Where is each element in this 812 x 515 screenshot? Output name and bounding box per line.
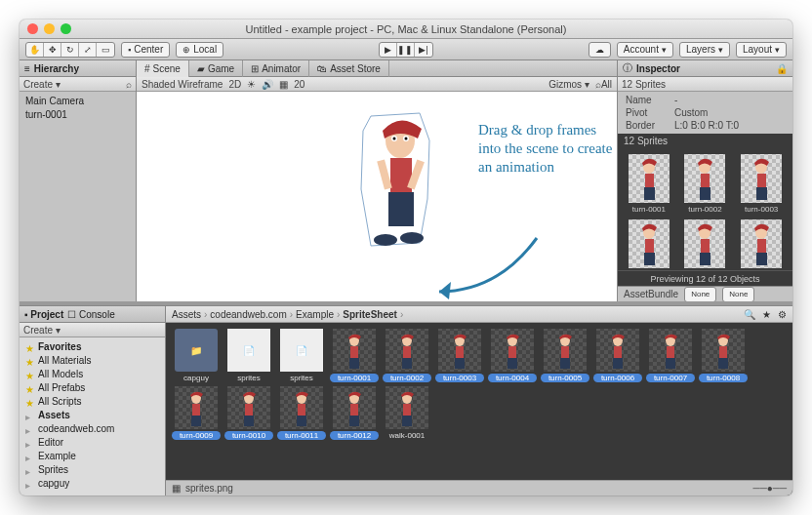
asset-item[interactable]: 📁capguy: [172, 329, 221, 382]
tree-item[interactable]: ▸Editor: [23, 436, 161, 450]
assetbundle-dropdown[interactable]: None: [684, 287, 716, 302]
inspector-tab[interactable]: ⓘ Inspector🔒: [618, 60, 792, 77]
cloud-button[interactable]: ☁: [589, 42, 611, 58]
tree-item[interactable]: ▸Example: [23, 450, 161, 463]
rotate-tool-icon[interactable]: ↻: [61, 43, 79, 57]
inspector-title: 12 Sprites: [622, 79, 666, 90]
asset-item[interactable]: turn-0004: [488, 329, 537, 382]
tree-item[interactable]: ★All Models: [23, 368, 161, 381]
hierarchy-item[interactable]: Main Camera: [25, 95, 130, 108]
assetstore-tab[interactable]: 🛍 Asset Store: [309, 60, 389, 77]
console-tab[interactable]: ☐ Console: [67, 309, 114, 320]
pivot-local-toggle[interactable]: ⊕Local: [176, 42, 223, 58]
breadcrumb-item[interactable]: SpriteSheet: [343, 309, 397, 320]
preview-thumb[interactable]: turn-0001: [624, 154, 674, 214]
asset-item[interactable]: turn-0011: [277, 386, 326, 440]
asset-item[interactable]: turn-0008: [699, 329, 748, 382]
tree-item[interactable]: ★Favorites: [23, 340, 161, 354]
asset-item[interactable]: turn-0001: [330, 329, 379, 382]
svg-point-6: [393, 138, 396, 140]
svg-rect-52: [403, 346, 411, 358]
breadcrumb[interactable]: Assets›codeandweb.com›Example›SpriteShee…: [166, 306, 792, 323]
svg-rect-79: [298, 404, 305, 416]
breadcrumb-item[interactable]: Example: [296, 309, 334, 320]
play-icon[interactable]: ▶: [380, 43, 397, 57]
svg-rect-16: [701, 174, 710, 187]
shade-mode-dropdown[interactable]: Shaded Wireframe: [142, 79, 223, 90]
project-tab[interactable]: ▪ Project: [24, 309, 63, 320]
2d-toggle[interactable]: 2D: [228, 79, 241, 90]
breadcrumb-action-icon[interactable]: ⚙: [778, 309, 787, 320]
svg-rect-59: [508, 358, 517, 369]
tree-item[interactable]: ★All Materials: [23, 354, 161, 368]
preview-thumb[interactable]: turn-0005: [680, 219, 731, 270]
tree-item[interactable]: ★All Prefabs: [23, 381, 161, 395]
breadcrumb-item[interactable]: codeandweb.com: [210, 309, 286, 320]
asset-item[interactable]: turn-0010: [224, 386, 273, 440]
svg-rect-62: [560, 358, 570, 369]
tree-item[interactable]: ▸Assets: [23, 409, 161, 422]
pivot-center-toggle[interactable]: ▪Center: [121, 42, 170, 58]
preview-thumb[interactable]: turn-0003: [736, 154, 787, 214]
search-all-field[interactable]: ⌕All: [595, 79, 612, 90]
rect-tool-icon[interactable]: ▭: [97, 43, 114, 57]
asset-item[interactable]: turn-0009: [172, 386, 221, 440]
scene-view[interactable]: Drag & drop frames into the scene to cre…: [137, 92, 617, 301]
assetbundle-variant-dropdown[interactable]: None: [722, 287, 754, 302]
titlebar: Untitled - example project - PC, Mac & L…: [20, 20, 792, 39]
tree-item[interactable]: ★All Scripts: [23, 395, 161, 409]
search-icon[interactable]: ⌕: [126, 79, 132, 90]
scale-tool-icon[interactable]: ⤢: [79, 43, 97, 57]
pause-icon[interactable]: ❚❚: [397, 43, 415, 57]
light-toggle-icon[interactable]: ☀: [247, 79, 256, 90]
svg-rect-17: [700, 187, 710, 200]
hierarchy-tab[interactable]: ≡ Hierarchy: [20, 60, 136, 77]
svg-rect-13: [645, 174, 654, 187]
hierarchy-item[interactable]: turn-0001: [25, 108, 130, 122]
breadcrumb-item[interactable]: Assets: [172, 309, 201, 320]
preview-thumb[interactable]: turn-0004: [624, 219, 674, 270]
grid-size-slider[interactable]: ──●──: [753, 483, 787, 494]
preview-thumb[interactable]: turn-0006: [736, 219, 787, 270]
svg-rect-71: [718, 358, 728, 369]
fov-field[interactable]: 20: [294, 79, 304, 90]
gizmos-dropdown[interactable]: Gizmos ▾: [548, 79, 589, 90]
audio-toggle-icon[interactable]: 🔊: [262, 79, 273, 90]
asset-item[interactable]: turn-0006: [593, 329, 642, 382]
svg-rect-85: [403, 404, 411, 416]
preview-thumb[interactable]: turn-0002: [680, 154, 731, 214]
svg-rect-55: [456, 346, 464, 358]
game-tab[interactable]: ▰ Game: [189, 60, 243, 77]
asset-item[interactable]: turn-0012: [330, 386, 379, 440]
layout-dropdown[interactable]: Layout ▾: [736, 42, 787, 58]
asset-item[interactable]: 📄sprites: [224, 329, 273, 382]
project-create-dropdown[interactable]: Create ▾: [23, 325, 61, 336]
svg-rect-80: [297, 416, 306, 426]
layers-dropdown[interactable]: Layers ▾: [679, 42, 730, 58]
animator-tab[interactable]: ⊞ Animator: [243, 60, 309, 77]
move-tool-icon[interactable]: ✥: [44, 43, 61, 57]
account-dropdown[interactable]: Account ▾: [617, 42, 673, 58]
asset-item[interactable]: turn-0003: [435, 329, 484, 382]
step-icon[interactable]: ▶|: [415, 43, 432, 57]
transform-tools[interactable]: ✋ ✥ ↻ ⤢ ▭: [25, 42, 115, 58]
sprite-in-scene[interactable]: [351, 111, 449, 248]
asset-item[interactable]: 📄sprites: [277, 329, 326, 382]
tree-item[interactable]: ▸codeandweb.com: [23, 422, 161, 436]
asset-item[interactable]: walk-0001: [383, 386, 431, 440]
svg-rect-19: [757, 174, 766, 187]
asset-item[interactable]: turn-0007: [646, 329, 695, 382]
fx-toggle-icon[interactable]: ▦: [279, 79, 288, 90]
scene-tab[interactable]: # Scene: [137, 60, 189, 77]
lock-icon[interactable]: 🔒: [776, 63, 788, 74]
asset-item[interactable]: turn-0002: [383, 329, 431, 382]
hand-tool-icon[interactable]: ✋: [26, 43, 44, 57]
asset-item[interactable]: turn-0005: [541, 329, 589, 382]
play-controls[interactable]: ▶ ❚❚ ▶|: [379, 42, 433, 58]
breadcrumb-action-icon[interactable]: 🔍: [744, 309, 755, 320]
tree-item[interactable]: ▸capguy: [23, 477, 161, 489]
hierarchy-create-dropdown[interactable]: Create ▾: [23, 79, 61, 90]
svg-rect-20: [756, 187, 767, 200]
breadcrumb-action-icon[interactable]: ★: [762, 309, 771, 320]
tree-item[interactable]: ▸Sprites: [23, 463, 161, 477]
